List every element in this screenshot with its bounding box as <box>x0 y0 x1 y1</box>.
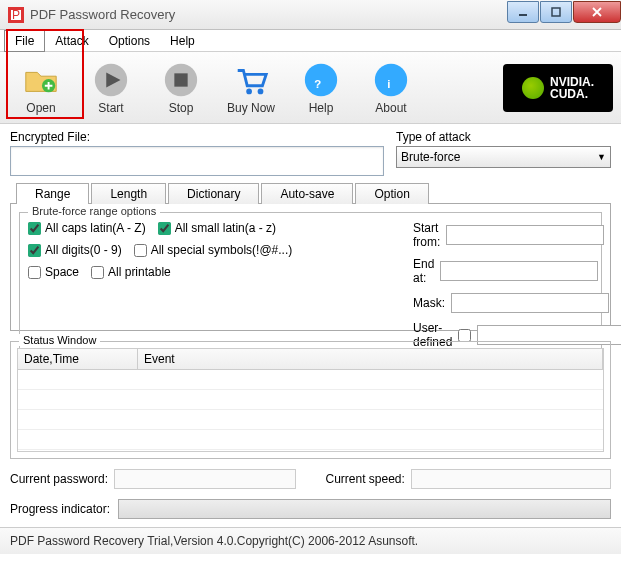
start-from-label: Start from: <box>413 221 440 249</box>
menu-file[interactable]: File <box>4 30 45 52</box>
minimize-button[interactable] <box>507 1 539 23</box>
help-label: Help <box>309 101 334 115</box>
user-defined-check[interactable] <box>458 329 471 342</box>
about-label: About <box>375 101 406 115</box>
current-speed-value <box>411 469 611 489</box>
end-at-label: End at: <box>413 257 434 285</box>
check-caps[interactable]: All caps latin(A - Z) <box>28 221 146 235</box>
stop-button[interactable]: Stop <box>148 56 214 120</box>
chevron-down-icon: ▼ <box>597 152 606 162</box>
start-button[interactable]: Start <box>78 56 144 120</box>
attack-type-select[interactable]: Brute-force ▼ <box>396 146 611 168</box>
info-icon: i <box>372 61 410 99</box>
app-icon: P <box>8 7 24 23</box>
menu-options[interactable]: Options <box>99 31 160 51</box>
current-password-label: Current password: <box>10 472 108 486</box>
nvidia-eye-icon <box>522 77 544 99</box>
status-window-legend: Status Window <box>19 334 100 346</box>
check-space-box[interactable] <box>28 266 41 279</box>
table-row <box>18 430 603 450</box>
window-title: PDF Password Recovery <box>30 7 506 22</box>
current-speed-label: Current speed: <box>326 472 405 486</box>
menu-bar: File Attack Options Help <box>0 30 621 52</box>
check-caps-box[interactable] <box>28 222 41 235</box>
svg-text:?: ? <box>314 77 321 89</box>
status-bar: PDF Password Recovery Trial,Version 4.0.… <box>0 527 621 554</box>
current-password-value <box>114 469 295 489</box>
encrypted-file-input[interactable] <box>10 146 384 176</box>
help-button[interactable]: ? Help <box>288 56 354 120</box>
maximize-button[interactable] <box>540 1 572 23</box>
svg-rect-8 <box>174 73 187 86</box>
check-space[interactable]: Space <box>28 265 79 279</box>
status-window-group: Status Window Date,Time Event <box>10 341 611 459</box>
open-label: Open <box>26 101 55 115</box>
check-printable[interactable]: All printable <box>91 265 171 279</box>
mask-label: Mask: <box>413 296 445 310</box>
tab-autosave[interactable]: Auto-save <box>261 183 353 204</box>
open-button[interactable]: Open <box>8 56 74 120</box>
check-special-box[interactable] <box>134 244 147 257</box>
buy-now-label: Buy Now <box>227 101 275 115</box>
table-row <box>18 410 603 430</box>
tab-range[interactable]: Range <box>16 183 89 204</box>
check-printable-box[interactable] <box>91 266 104 279</box>
attack-type-label: Type of attack <box>396 130 611 144</box>
play-icon <box>92 61 130 99</box>
tab-dictionary[interactable]: Dictionary <box>168 183 259 204</box>
about-button[interactable]: i About <box>358 56 424 120</box>
cuda-text: CUDA. <box>550 87 588 101</box>
status-grid[interactable]: Date,Time Event <box>17 348 604 452</box>
svg-rect-3 <box>519 14 527 16</box>
bruteforce-legend: Brute-force range options <box>28 205 160 217</box>
folder-open-icon <box>22 61 60 99</box>
check-small[interactable]: All small latin(a - z) <box>158 221 276 235</box>
check-digits-box[interactable] <box>28 244 41 257</box>
nvidia-cuda-badge: NVIDIA.CUDA. <box>503 64 613 112</box>
check-special[interactable]: All special symbols(!@#...) <box>134 243 293 257</box>
col-datetime[interactable]: Date,Time <box>18 349 138 369</box>
tab-panel-range: Brute-force range options All caps latin… <box>10 203 611 331</box>
close-button[interactable] <box>573 1 621 23</box>
table-row <box>18 390 603 410</box>
toolbar: Open Start Stop Buy Now ? Help i About N… <box>0 52 621 124</box>
menu-help[interactable]: Help <box>160 31 205 51</box>
tab-option[interactable]: Option <box>355 183 428 204</box>
encrypted-file-label: Encrypted File: <box>10 130 384 144</box>
svg-text:P: P <box>12 8 20 22</box>
footer-text: PDF Password Recovery Trial,Version 4.0.… <box>10 534 418 548</box>
help-icon: ? <box>302 61 340 99</box>
stop-label: Stop <box>169 101 194 115</box>
progress-label: Progress indicator: <box>10 502 110 516</box>
cart-icon <box>232 61 270 99</box>
progress-bar <box>118 499 611 519</box>
tab-strip: Range Length Dictionary Auto-save Option <box>16 182 611 203</box>
svg-rect-4 <box>552 8 560 16</box>
tab-length[interactable]: Length <box>91 183 166 204</box>
svg-point-13 <box>375 63 407 95</box>
check-digits[interactable]: All digits(0 - 9) <box>28 243 122 257</box>
col-event[interactable]: Event <box>138 349 603 369</box>
mask-input[interactable] <box>451 293 609 313</box>
table-row <box>18 370 603 390</box>
attack-type-value: Brute-force <box>401 150 460 164</box>
end-at-input[interactable] <box>440 261 598 281</box>
title-bar: P PDF Password Recovery <box>0 0 621 30</box>
stop-icon <box>162 61 200 99</box>
menu-attack[interactable]: Attack <box>45 31 98 51</box>
buy-now-button[interactable]: Buy Now <box>218 56 284 120</box>
svg-point-9 <box>246 88 252 94</box>
svg-text:i: i <box>387 77 390 89</box>
start-from-input[interactable] <box>446 225 604 245</box>
start-label: Start <box>98 101 123 115</box>
check-small-box[interactable] <box>158 222 171 235</box>
svg-point-10 <box>258 88 264 94</box>
